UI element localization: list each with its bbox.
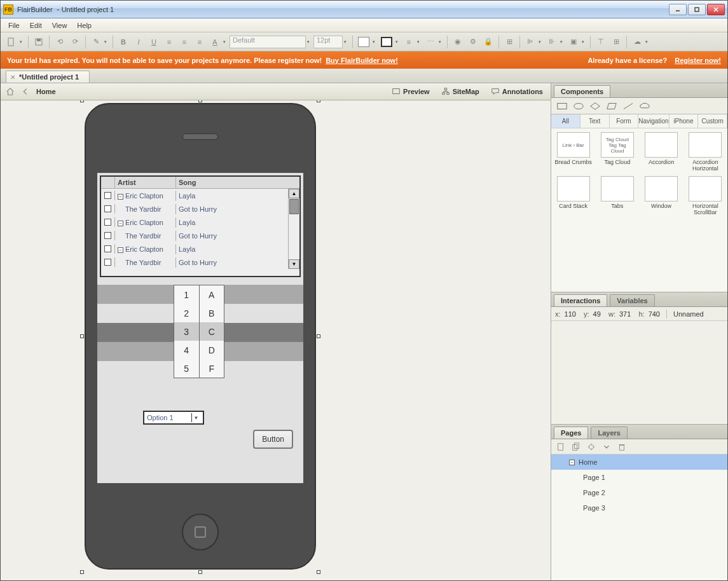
rect-tool-icon[interactable] — [556, 102, 568, 111]
align-center-button[interactable]: ≡ — [177, 35, 191, 49]
pages-tab[interactable]: Pages — [554, 427, 588, 439]
doc-tab[interactable]: ✕ *Untitled project 1 — [6, 71, 90, 83]
line-style-button[interactable]: ⋯ — [423, 35, 437, 49]
group-button[interactable]: ⊞ — [502, 35, 516, 49]
filter-all[interactable]: All — [551, 114, 580, 128]
table-row[interactable]: −Eric ClaptonLayla — [101, 215, 288, 229]
page-row[interactable]: Page 1 — [551, 470, 727, 485]
new-dropdown[interactable]: ▾ — [20, 39, 25, 44]
component-item[interactable]: Card Stack — [554, 176, 593, 216]
variables-tab[interactable]: Variables — [610, 294, 654, 306]
component-item[interactable]: Accordion — [642, 132, 681, 172]
picker-row[interactable]: 2B — [174, 304, 224, 322]
delete-page-icon[interactable] — [617, 442, 626, 451]
page-settings-icon[interactable] — [587, 442, 596, 451]
redo-button[interactable]: ⟳ — [68, 35, 82, 49]
distribute-button[interactable]: ⊪ — [545, 35, 559, 49]
canvas[interactable]: Artist Song −Eric ClaptonLaylaThe Yardbi… — [1, 100, 551, 580]
component-item[interactable]: Tabs — [598, 176, 637, 216]
border-color-button[interactable] — [379, 35, 394, 49]
save-button[interactable] — [32, 35, 46, 49]
align-left-button[interactable]: ≡ — [162, 35, 176, 49]
breadcrumb-home[interactable]: Home — [36, 88, 56, 95]
font-size-select[interactable]: 12pt — [313, 36, 343, 48]
diamond-tool-icon[interactable] — [589, 102, 601, 111]
interactions-tab[interactable]: Interactions — [554, 294, 607, 306]
bold-button[interactable]: B — [116, 35, 130, 49]
component-item[interactable]: Link › BarBread Crumbs — [554, 132, 593, 172]
component-item[interactable]: Horizontal ScrollBar — [685, 176, 725, 216]
snap-button[interactable]: ⊞ — [609, 35, 623, 49]
undo-button[interactable]: ⟲ — [53, 35, 67, 49]
duplicate-page-icon[interactable] — [572, 442, 580, 451]
scroll-thumb[interactable] — [289, 199, 299, 214]
layers-tab[interactable]: Layers — [591, 427, 627, 439]
filter-custom[interactable]: Custom — [698, 114, 727, 128]
table-row[interactable]: The YardbirGot to Hurry — [101, 229, 288, 242]
scroll-up-icon[interactable]: ▲ — [289, 189, 299, 198]
home-button[interactable] — [182, 514, 219, 550]
paint-button[interactable]: ✎ — [89, 35, 103, 49]
component-item[interactable]: Tag Cloud Tag Tag CloudTag Cloud — [598, 132, 637, 172]
scroll-down-icon[interactable]: ▼ — [289, 259, 299, 269]
preview-button[interactable]: Preview — [389, 86, 432, 97]
page-down-icon[interactable] — [602, 442, 611, 451]
iphone-mock[interactable]: Artist Song −Eric ClaptonLaylaThe Yardbi… — [85, 103, 316, 570]
component-item[interactable]: Accordion Horizontal — [685, 132, 725, 172]
picker-row[interactable]: 1A — [174, 285, 224, 304]
lock-button[interactable]: 🔒 — [481, 35, 495, 49]
buy-link[interactable]: Buy FlairBuilder now! — [326, 57, 398, 64]
page-row[interactable]: Page 3 — [551, 500, 727, 516]
preview-tb-button[interactable]: ◉ — [451, 35, 465, 49]
line-weight-button[interactable]: ≡ — [402, 35, 416, 49]
wire-button[interactable]: Button — [253, 430, 293, 449]
scrollbar[interactable]: ▲ ▼ — [288, 189, 299, 269]
components-tab[interactable]: Components — [554, 85, 610, 97]
filter-text[interactable]: Text — [580, 114, 610, 128]
underline-button[interactable]: U — [147, 35, 161, 49]
page-row[interactable]: −Home — [551, 455, 727, 470]
new-page-icon[interactable] — [556, 442, 565, 451]
italic-button[interactable]: I — [132, 35, 146, 49]
menu-help[interactable]: Help — [72, 20, 97, 31]
picker-row[interactable]: 4D — [174, 341, 224, 359]
new-button[interactable] — [4, 35, 18, 49]
filter-form[interactable]: Form — [610, 114, 639, 128]
menu-view[interactable]: View — [47, 20, 72, 31]
line-tool-icon[interactable] — [622, 102, 634, 111]
filter-iphone[interactable]: iPhone — [670, 114, 699, 128]
table-row[interactable]: The YardbirGot to Hurry — [101, 202, 288, 215]
page-row[interactable]: Page 2 — [551, 485, 727, 500]
table-row[interactable]: The YardbirGot to Hurry — [101, 256, 288, 269]
font-select[interactable]: Default — [230, 36, 306, 48]
menu-file[interactable]: File — [3, 20, 25, 31]
sitemap-button[interactable]: SiteMap — [439, 86, 482, 97]
register-link[interactable]: Register now! — [675, 57, 721, 64]
ruler-button[interactable]: ⊤ — [594, 35, 608, 49]
table-row[interactable]: −Eric ClaptonLayla — [101, 242, 288, 256]
tree-table[interactable]: Artist Song −Eric ClaptonLaylaThe Yardbi… — [100, 175, 301, 277]
close-tab-icon[interactable]: ✕ — [10, 74, 15, 81]
parallelogram-tool-icon[interactable] — [606, 102, 617, 111]
arrange-button[interactable]: ▣ — [567, 35, 580, 49]
back-icon[interactable] — [21, 87, 30, 96]
annotations-button[interactable]: Annotations — [488, 86, 546, 97]
cloud-button[interactable]: ☁ — [630, 35, 644, 49]
picker-row[interactable]: 5F — [174, 359, 224, 378]
maximize-button[interactable] — [688, 4, 706, 15]
align-right-button[interactable]: ≡ — [193, 35, 207, 49]
cloud-tool-icon[interactable] — [639, 102, 650, 111]
filter-navigation[interactable]: Navigation — [638, 114, 669, 128]
gear-button[interactable]: ⚙ — [466, 35, 480, 49]
picker-wheel[interactable]: 1A2B3C4D5F — [97, 285, 303, 361]
combo-box[interactable]: Option 1 ▼ — [143, 411, 204, 425]
menu-edit[interactable]: Edit — [25, 20, 47, 31]
picker-row[interactable]: 3C — [174, 322, 224, 341]
minimize-button[interactable] — [669, 4, 687, 15]
close-button[interactable] — [707, 4, 725, 15]
text-color-button[interactable]: A — [208, 35, 222, 49]
align-tool-button[interactable]: ⊫ — [523, 35, 537, 49]
component-item[interactable]: Window — [642, 176, 681, 216]
table-row[interactable]: −Eric ClaptonLayla — [101, 189, 288, 202]
ellipse-tool-icon[interactable] — [573, 102, 584, 111]
